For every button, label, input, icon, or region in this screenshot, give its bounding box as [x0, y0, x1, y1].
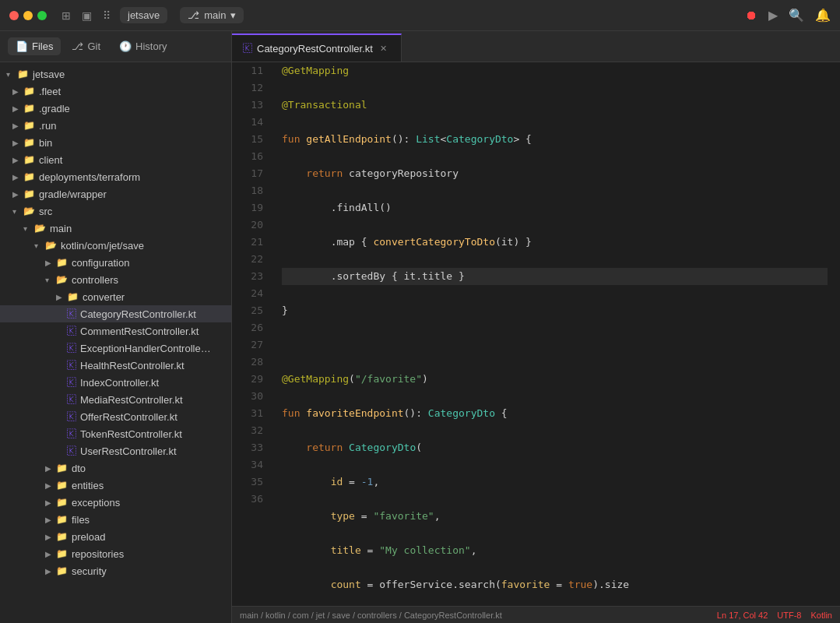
tree-item-configuration[interactable]: ▶ 📁 configuration [0, 254, 231, 271]
arrow-icon: ▶ [12, 87, 23, 96]
folder-icon: 📁 [56, 531, 68, 542]
folder-icon: 📁 [23, 171, 35, 182]
run-icon[interactable]: ▶ [768, 8, 778, 23]
item-label: UserRestController.kt [80, 445, 177, 457]
arrow-icon: ▶ [45, 550, 56, 558]
tree-item-entities[interactable]: ▶ 📁 entities [0, 477, 231, 494]
tree-item-controllers[interactable]: ▾ 📂 controllers [0, 271, 231, 288]
line-numbers: 11 12 13 14 15 16 17 18 19 20 21 22 23 2… [232, 62, 269, 606]
record-icon[interactable]: ⏺ [745, 9, 757, 23]
tree-item-gradle-wrapper[interactable]: ▶ 📁 gradle/wrapper [0, 185, 231, 202]
sidebar-tabs: 📄 Files ⎇ Git 🕐 History [0, 31, 231, 62]
tree-item-preload[interactable]: ▶ 📁 preload [0, 528, 231, 545]
status-right: Ln 17, Col 42 UTF-8 Kotlin [717, 611, 832, 620]
tree-item-src[interactable]: ▾ 📂 src [0, 202, 231, 220]
traffic-lights [9, 11, 47, 20]
close-tab-button[interactable]: ✕ [378, 42, 390, 55]
code-line: id = -1, [282, 473, 828, 491]
tree-item-health-controller[interactable]: 🇰 HealthRestController.kt [0, 357, 231, 374]
tree-item-offer-controller[interactable]: 🇰 OfferRestController.kt [0, 408, 231, 425]
tree-item-deployments[interactable]: ▶ 📁 deployments/terraform [0, 168, 231, 185]
tree-item-gradle[interactable]: ▶ 📁 .gradle [0, 100, 231, 117]
close-button[interactable] [9, 11, 19, 20]
item-label: main [50, 223, 72, 234]
tree-item-token-controller[interactable]: 🇰 TokenRestController.kt [0, 425, 231, 442]
search-icon[interactable]: 🔍 [789, 8, 804, 23]
tree-item-bin[interactable]: ▶ 📁 bin [0, 134, 231, 151]
sidebar-tab-history[interactable]: 🕐 History [111, 37, 174, 55]
sidebar-tab-git[interactable]: ⎇ Git [64, 37, 108, 55]
tree-item-exceptions[interactable]: ▶ 📁 exceptions [0, 494, 231, 511]
arrow-icon: ▶ [12, 173, 23, 181]
item-label: kotlin/com/jet/save [61, 240, 144, 252]
item-label: client [39, 154, 62, 166]
tab-label: CategoryRestController.kt [257, 43, 373, 55]
tree-root[interactable]: ▾ 📁 jetsave [0, 65, 231, 83]
branch-name: main [204, 9, 226, 21]
arrow-icon: ▶ [12, 156, 23, 164]
item-label: converter [83, 291, 125, 303]
tree-item-kotlin[interactable]: ▾ 📂 kotlin/com/jet/save [0, 237, 231, 254]
tree-item-fleet[interactable]: ▶ 📁 .fleet [0, 83, 231, 100]
sidebar-tab-files[interactable]: 📄 Files [8, 37, 61, 55]
folder-icon: 📂 [34, 223, 46, 234]
file-tree: ▾ 📁 jetsave ▶ 📁 .fleet ▶ 📁 .gradle ▶ 📁 .… [0, 62, 231, 623]
sidebar-toggle-icon[interactable]: ⊞ [59, 9, 73, 23]
code-line: return CategoryDto( [282, 439, 828, 456]
tree-item-exception-controller[interactable]: 🇰 ExceptionHandlerControlle… [0, 340, 231, 357]
folder-icon: 📁 [56, 497, 68, 508]
code-line: @GetMapping [282, 62, 828, 79]
arrow-icon: ▾ [23, 224, 34, 233]
folder-icon: 📂 [45, 240, 57, 251]
item-label: configuration [72, 257, 129, 269]
tree-item-repositories[interactable]: ▶ 📁 repositories [0, 545, 231, 562]
folder-icon: 📁 [17, 69, 29, 79]
tree-item-files[interactable]: ▶ 📁 files [0, 511, 231, 528]
item-label: exceptions [72, 497, 120, 509]
editor-tabs: 🇰 CategoryRestController.kt ✕ [232, 31, 840, 62]
arrow-icon: ▶ [12, 190, 23, 199]
item-label: src [39, 206, 52, 217]
arrow-icon: ▶ [45, 516, 56, 524]
kotlin-file-icon: 🇰 [67, 428, 76, 439]
editor-tab-category[interactable]: 🇰 CategoryRestController.kt ✕ [232, 33, 402, 62]
code-content[interactable]: @GetMapping @Transactional fun getAllEnd… [269, 62, 840, 606]
git-tab-label: Git [87, 40, 100, 52]
item-label: controllers [72, 274, 118, 286]
project-selector[interactable]: jetsave [120, 7, 167, 23]
tree-item-index-controller[interactable]: 🇰 IndexController.kt [0, 374, 231, 391]
tree-item-converter[interactable]: ▶ 📁 converter [0, 288, 231, 305]
tree-item-run[interactable]: ▶ 📁 .run [0, 117, 231, 134]
breadcrumb-text: main / kotlin / com / jet / save / contr… [240, 611, 502, 620]
minimize-button[interactable] [23, 11, 33, 20]
folder-icon: 📁 [56, 480, 68, 491]
tree-item-dto[interactable]: ▶ 📁 dto [0, 459, 231, 477]
tree-item-main[interactable]: ▾ 📂 main [0, 220, 231, 237]
item-label: ExceptionHandlerControlle… [80, 343, 211, 354]
tree-item-media-controller[interactable]: 🇰 MediaRestController.kt [0, 391, 231, 408]
branch-selector[interactable]: ⎇ main ▾ [180, 7, 244, 23]
maximize-button[interactable] [37, 11, 47, 20]
code-line: fun favoriteEndpoint(): CategoryDto { [282, 405, 828, 422]
layout-icon[interactable]: ▣ [79, 9, 93, 23]
history-icon: 🕐 [119, 40, 132, 52]
branch-icon: ⎇ [188, 9, 199, 21]
tree-item-user-controller[interactable]: 🇰 UserRestController.kt [0, 442, 231, 459]
tree-item-client[interactable]: ▶ 📁 client [0, 151, 231, 168]
grid-icon[interactable]: ⠿ [100, 9, 114, 23]
cursor-position: Ln 17, Col 42 [717, 611, 768, 620]
code-editor[interactable]: 11 12 13 14 15 16 17 18 19 20 21 22 23 2… [232, 62, 840, 606]
tree-item-security[interactable]: ▶ 📁 security [0, 562, 231, 579]
main-layout: 📄 Files ⎇ Git 🕐 History ▾ 📁 jetsave ▶ [0, 31, 840, 623]
kotlin-file-icon: 🇰 [67, 394, 76, 405]
bell-icon[interactable]: 🔔 [815, 8, 831, 23]
files-tab-label: Files [32, 40, 53, 52]
folder-icon: 📁 [56, 514, 68, 525]
item-label: dto [72, 463, 86, 474]
folder-icon: 📁 [56, 548, 68, 559]
arrow-icon: ▶ [12, 139, 23, 147]
item-label: files [72, 514, 90, 526]
tree-item-category-controller[interactable]: 🇰 CategoryRestController.kt [0, 305, 231, 322]
tree-item-comment-controller[interactable]: 🇰 CommentRestController.kt [0, 322, 231, 340]
kotlin-file-icon: 🇰 [67, 308, 76, 319]
